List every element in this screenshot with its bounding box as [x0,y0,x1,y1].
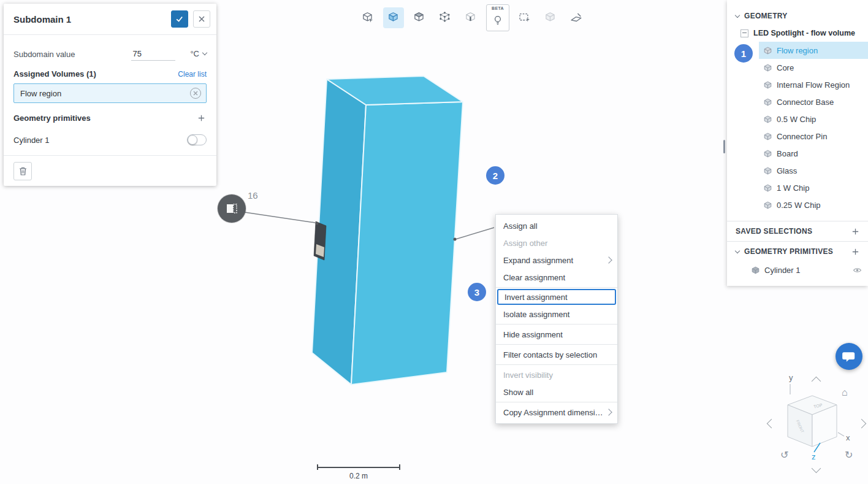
geometry-primitives-header[interactable]: GEOMETRY PRIMITIVES [727,242,868,261]
menu-item-invert-assignment[interactable]: Invert assignment [497,289,616,305]
subdomain-value-input[interactable] [131,49,175,61]
apply-button[interactable] [171,10,188,28]
menu-item-assign-all[interactable]: Assign all [496,217,617,234]
box-hidden-edge [312,340,408,353]
box-select-button[interactable] [514,7,535,28]
tree-item-glass[interactable]: Glass [727,162,868,179]
menu-item-copy-assignment-dimensions[interactable]: Copy Assignment dimensions [496,404,617,421]
tree-item-internal-flow-region[interactable]: Internal Flow Region [727,76,868,93]
cylinder-toggle[interactable] [187,134,207,145]
tree-item-label: Board [777,149,868,158]
add-saved-selection-button[interactable] [850,226,861,237]
saved-selections-header[interactable]: SAVED SELECTIONS [727,221,868,241]
plus-icon [851,228,859,236]
cancel-button[interactable] [193,10,210,28]
menu-item-expand-assignment[interactable]: Expand assignment [496,252,617,269]
geometry-root-label: LED Spotlight - flow volume [753,29,855,37]
eye-icon [853,267,862,274]
vertex-select-icon [438,11,452,25]
menu-item-isolate-assignment[interactable]: Isolate assignment [496,305,617,323]
led-chip-geometry[interactable] [314,221,326,260]
menu-item-label: Show all [503,388,611,397]
tree-item-label: Core [777,63,868,72]
delete-button[interactable] [13,162,32,180]
subdomain-panel-body: Subdomain value °C Assigned Volumes (1) … [4,35,216,145]
menu-item-filter-contacts[interactable]: Filter contacts by selection [496,346,617,363]
tree-item-025w-chip[interactable]: 0.25 W Chip [727,196,868,213]
menu-item-label: Invert assignment [504,293,609,302]
add-geometry-primitive-button[interactable] [850,247,861,257]
tree-item-label: 1 W Chip [777,183,868,193]
chip-remove-button[interactable] [190,88,201,99]
flow-volume-left-face[interactable] [312,79,366,385]
roll-counterclockwise-icon[interactable]: ↺ [780,450,788,460]
pick-cursor-cube-button[interactable] [357,7,378,28]
unit-select[interactable]: °C [190,49,207,61]
collapse-icon[interactable] [740,29,748,37]
geometry-root-item[interactable]: LED Spotlight - flow volume [727,25,868,42]
scale-bar-line [317,464,400,470]
leader-anchor-dot [316,222,319,225]
face-select-glyph-icon [225,202,238,215]
geometry-section-header[interactable]: GEOMETRY [727,7,868,25]
step-badge-3: 3 [468,283,486,301]
add-primitive-button[interactable] [196,113,207,123]
subdomain-value-label: Subdomain value [13,50,131,61]
assigned-volumes-row: Assigned Volumes (1) Clear list [13,69,207,79]
geometry-primitives-label: Geometry primitives [13,113,196,123]
menu-item-label: Copy Assignment dimensions [503,408,606,417]
chevron-down-icon [735,248,740,253]
selection-annotation-marker[interactable] [218,194,246,223]
solid-cube-icon [764,201,772,209]
face-select-button[interactable] [409,7,430,28]
menu-separator [496,402,617,402]
flow-volume-box[interactable] [312,76,463,385]
home-view-icon[interactable]: ⌂ [842,388,848,398]
edge-select-icon [464,11,478,25]
tree-item-connector-pin[interactable]: Connector Pin [727,128,868,145]
trash-icon [18,166,28,176]
vertex-select-button[interactable] [435,7,455,28]
scrollbar-thumb[interactable] [723,140,725,153]
menu-item-invert-visibility: Invert visibility [496,366,617,383]
clip-plane-button[interactable] [566,7,587,28]
face-select-icon [413,11,426,25]
menu-item-assign-other: Assign other [496,234,617,252]
tree-item-core[interactable]: Core [727,59,868,76]
flow-volume-top-face[interactable] [327,76,463,105]
volume-select-button[interactable] [383,7,404,28]
menu-separator [496,324,617,325]
roll-clockwise-icon[interactable]: ↻ [845,450,853,460]
visibility-toggle-button[interactable] [851,266,863,275]
menu-item-label: Isolate assignment [503,310,611,319]
chip-label: Flow region [20,89,190,98]
menu-item-label: Hide assignment [503,330,611,339]
close-icon [198,15,205,23]
tree-item-05w-chip[interactable]: 0.5 W Chip [727,110,868,128]
tree-item-connector-base[interactable]: Connector Base [727,93,868,110]
menu-item-label: Invert visibility [503,371,611,380]
tree-item-1w-chip[interactable]: 1 W Chip [727,179,868,196]
menu-item-label: Assign all [503,221,611,231]
assigned-volumes-label: Assigned Volumes (1) [13,69,178,79]
assigned-volume-chip[interactable]: Flow region [13,83,207,103]
select-hidden-icon [544,11,557,25]
clear-list-link[interactable]: Clear list [178,70,207,79]
menu-item-show-all[interactable]: Show all [496,383,617,401]
menu-item-hide-assignment[interactable]: Hide assignment [496,326,617,343]
beta-bulb-icon [492,14,504,28]
select-hidden-button[interactable] [540,7,561,28]
flow-volume-right-face[interactable] [351,102,463,385]
support-chat-button[interactable] [836,343,862,370]
tree-item-label: Glass [777,166,868,175]
tree-item-board[interactable]: Board [727,145,868,162]
beta-tool-button[interactable]: BETA [486,4,509,31]
solid-cube-icon [764,98,772,106]
box-hidden-edge [408,340,447,372]
edge-select-button[interactable] [460,7,481,28]
solid-cube-icon [764,150,772,158]
x-axis-label: x [846,433,850,442]
tree-item-cylinder-1[interactable]: Cylinder 1 [727,261,868,278]
solid-cube-icon [764,64,772,72]
menu-item-clear-assignment[interactable]: Clear assignment [496,269,617,286]
